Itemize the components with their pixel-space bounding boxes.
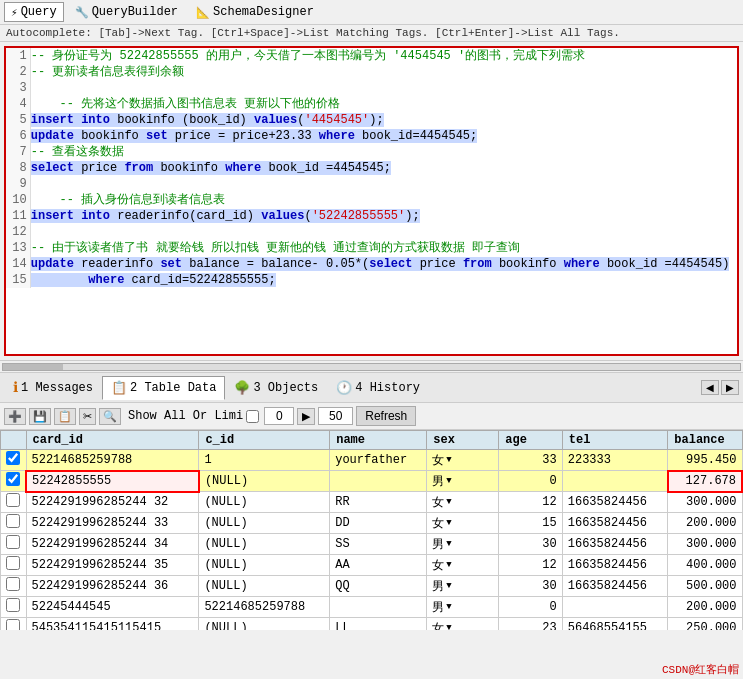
cell-c-id: (NULL) xyxy=(199,513,330,534)
add-row-btn[interactable]: ➕ xyxy=(4,408,26,425)
code-line: -- 查看这条数据 xyxy=(30,144,737,160)
table-row[interactable]: 5224291996285244 35(NULL)AA女▼12166358244… xyxy=(1,555,743,576)
row-checkbox[interactable] xyxy=(6,514,20,528)
code-line: -- 由于该读者借了书 就要给钱 所以扣钱 更新他的钱 通过查询的方式获取数据 … xyxy=(30,240,737,256)
tabledata-icon: 📋 xyxy=(111,380,127,396)
line-number: 10 xyxy=(6,192,30,208)
cell-age: 0 xyxy=(499,471,562,492)
limit-start-input[interactable] xyxy=(264,407,294,425)
table-row[interactable]: 545354115415115415(NULL)LL女▼235646855415… xyxy=(1,618,743,631)
table-col-header: sex xyxy=(427,431,499,450)
querybuilder-icon: 🔧 xyxy=(75,6,89,19)
table-row[interactable]: 5224544454552214685259788男▼0200.000 xyxy=(1,597,743,618)
table-row[interactable]: 5224291996285244 36(NULL)QQ男▼30166358244… xyxy=(1,576,743,597)
cell-tel: 16635824456 xyxy=(562,513,668,534)
scroll-track[interactable] xyxy=(2,363,741,371)
line-number: 2 xyxy=(6,64,30,80)
result-panel: ℹ 1 Messages 📋 2 Table Data 🌳 3 Objects … xyxy=(0,372,743,630)
row-checkbox[interactable] xyxy=(6,493,20,507)
filter-btn[interactable]: 🔍 xyxy=(99,408,121,425)
table-row[interactable]: 522146852597881yourfather女▼33223333995.4… xyxy=(1,450,743,471)
line-number: 1 xyxy=(6,48,30,64)
refresh-button[interactable]: Refresh xyxy=(356,406,416,426)
cell-card-id: 52242855555 xyxy=(26,471,199,492)
csdn-watermark: CSDN@红客白帽 xyxy=(662,662,739,677)
code-line: -- 更新读者信息表得到余额 xyxy=(30,64,737,80)
line-number: 9 xyxy=(6,176,30,192)
cell-sex: 女▼ xyxy=(427,450,499,471)
row-checkbox[interactable] xyxy=(6,577,20,591)
filter-icon: 🔍 xyxy=(103,410,117,422)
copy-btn[interactable]: 📋 xyxy=(54,408,76,425)
table-header: card_idc_idnamesexagetelbalance xyxy=(1,431,743,450)
table-row[interactable]: 5224291996285244 32(NULL)RR女▼12166358244… xyxy=(1,492,743,513)
row-checkbox[interactable] xyxy=(6,451,20,465)
sex-dropdown-icon[interactable]: ▼ xyxy=(446,518,451,528)
tab-tabledata-label: 2 Table Data xyxy=(130,381,216,395)
tab-messages[interactable]: ℹ 1 Messages xyxy=(4,375,102,400)
cell-name: QQ xyxy=(330,576,427,597)
delete-btn[interactable]: ✂ xyxy=(79,408,96,425)
cell-name xyxy=(330,471,427,492)
sex-dropdown-icon[interactable]: ▼ xyxy=(446,602,451,612)
row-checkbox-cell xyxy=(1,555,27,576)
code-line: -- 插入身份信息到读者信息表 xyxy=(30,192,737,208)
tab-history-label: 4 History xyxy=(355,381,420,395)
cell-card-id: 5224291996285244 36 xyxy=(26,576,199,597)
save-btn[interactable]: 💾 xyxy=(29,408,51,425)
line-number: 15 xyxy=(6,272,30,288)
sex-dropdown-icon[interactable]: ▼ xyxy=(446,581,451,591)
sql-editor[interactable]: 1-- 身份证号为 52242855555 的用户，今天借了一本图书编号为 '4… xyxy=(4,46,739,356)
cell-card-id: 545354115415115415 xyxy=(26,618,199,631)
limit-count-input[interactable] xyxy=(318,407,353,425)
row-checkbox[interactable] xyxy=(6,619,20,630)
limit-arrow-btn[interactable]: ▶ xyxy=(297,408,315,425)
cell-c-id: (NULL) xyxy=(199,576,330,597)
sex-dropdown-icon[interactable]: ▼ xyxy=(446,476,451,486)
code-line: update bookinfo set price = price+23.33 … xyxy=(30,128,737,144)
table-col-header: age xyxy=(499,431,562,450)
tab-history[interactable]: 🕐 4 History xyxy=(327,376,429,400)
scroll-thumb[interactable] xyxy=(3,364,63,370)
table-col-header: balance xyxy=(668,431,742,450)
tab-querybuilder[interactable]: 🔧 QueryBuilder xyxy=(68,2,185,22)
data-table-wrap[interactable]: card_idc_idnamesexagetelbalance 52214685… xyxy=(0,430,743,630)
tab-tabledata[interactable]: 📋 2 Table Data xyxy=(102,376,225,400)
sql-scrollbar-h[interactable] xyxy=(0,360,743,372)
cell-name: RR xyxy=(330,492,427,513)
sex-dropdown-icon[interactable]: ▼ xyxy=(446,560,451,570)
cell-age: 12 xyxy=(499,555,562,576)
table-row[interactable]: 52242855555(NULL)男▼0127.678 xyxy=(1,471,743,492)
table-col-header: name xyxy=(330,431,427,450)
cell-card-id: 5224291996285244 33 xyxy=(26,513,199,534)
sex-dropdown-icon[interactable]: ▼ xyxy=(446,497,451,507)
tab-objects-label: 3 Objects xyxy=(253,381,318,395)
cell-balance: 200.000 xyxy=(668,513,742,534)
row-checkbox-cell xyxy=(1,534,27,555)
row-checkbox[interactable] xyxy=(6,598,20,612)
tab-query[interactable]: ⚡ Query xyxy=(4,2,64,22)
tab-objects[interactable]: 🌳 3 Objects xyxy=(225,376,327,400)
nav-left-btn[interactable]: ◀ xyxy=(701,380,719,395)
code-line xyxy=(30,224,737,240)
result-tabs: ℹ 1 Messages 📋 2 Table Data 🌳 3 Objects … xyxy=(0,373,743,403)
cell-sex: 女▼ xyxy=(427,492,499,513)
sex-dropdown-icon[interactable]: ▼ xyxy=(446,623,451,630)
row-checkbox[interactable] xyxy=(6,472,20,486)
tab-schemadesigner[interactable]: 📐 SchemaDesigner xyxy=(189,2,321,22)
table-row[interactable]: 5224291996285244 33(NULL)DD女▼15166358244… xyxy=(1,513,743,534)
cell-name: yourfather xyxy=(330,450,427,471)
table-row[interactable]: 5224291996285244 34(NULL)SS男▼30166358244… xyxy=(1,534,743,555)
sex-dropdown-icon[interactable]: ▼ xyxy=(446,455,451,465)
sex-dropdown-icon[interactable]: ▼ xyxy=(446,539,451,549)
row-checkbox[interactable] xyxy=(6,535,20,549)
data-toolbar: ➕ 💾 📋 ✂ 🔍 Show All Or Limi ▶ Refresh xyxy=(0,403,743,430)
show-all-checkbox[interactable] xyxy=(246,410,259,423)
cell-tel: 16635824456 xyxy=(562,534,668,555)
nav-right-btn[interactable]: ▶ xyxy=(721,380,739,395)
cell-age: 12 xyxy=(499,492,562,513)
row-checkbox[interactable] xyxy=(6,556,20,570)
line-number: 7 xyxy=(6,144,30,160)
row-checkbox-cell xyxy=(1,618,27,631)
data-table: card_idc_idnamesexagetelbalance 52214685… xyxy=(0,430,743,630)
